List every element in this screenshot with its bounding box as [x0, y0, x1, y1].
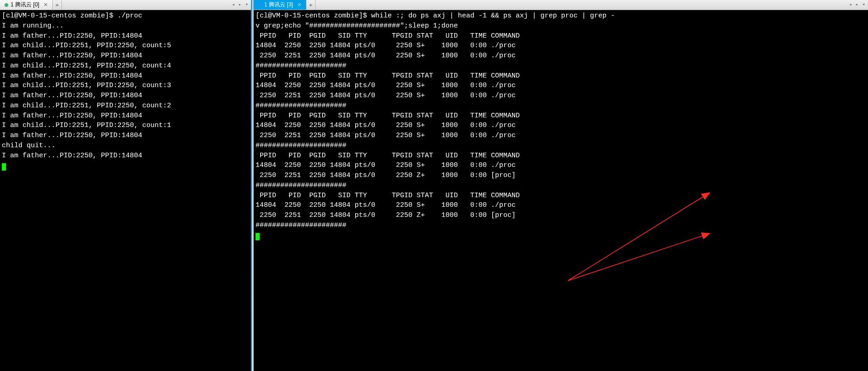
tab-label: 1 腾讯云 [3] — [264, 1, 293, 9]
tab-prev-icon[interactable]: ◂ — [847, 0, 854, 8]
tabbar-left: 1 腾讯云 [0] ✕ ＋ ◂ ▸ ▾ — [0, 0, 251, 10]
left-pane: 1 腾讯云 [0] ✕ ＋ ◂ ▸ ▾ [cl@VM-0-15-centos z… — [0, 0, 252, 371]
tab-prev-icon[interactable]: ◂ — [230, 0, 237, 8]
tab-nav: ◂ ▸ ▾ — [847, 0, 867, 8]
tab-next-icon[interactable]: ▸ — [854, 0, 861, 8]
close-icon[interactable]: ✕ — [44, 2, 48, 8]
svg-line-1 — [568, 233, 710, 281]
tab-nav: ◂ ▸ ▾ — [230, 0, 250, 8]
new-tab-button[interactable]: ＋ — [53, 0, 62, 10]
status-dot-icon — [258, 3, 262, 7]
close-icon[interactable]: ✕ — [297, 2, 301, 8]
new-tab-button[interactable]: ＋ — [306, 0, 316, 10]
tab-right-0[interactable]: 1 腾讯云 [3] ✕ — [254, 0, 306, 10]
status-dot-icon — [5, 3, 8, 7]
tabbar-right: 1 腾讯云 [3] ✕ ＋ ◂ ▸ ▾ — [254, 0, 868, 10]
terminal-right[interactable]: [cl@VM-0-15-centos zombie]$ while :; do … — [254, 10, 868, 371]
annotation-arrows — [254, 10, 868, 371]
tab-left-0[interactable]: 1 腾讯云 [0] ✕ — [0, 0, 53, 10]
tab-menu-icon[interactable]: ▾ — [243, 0, 250, 8]
cursor — [256, 233, 260, 240]
svg-line-0 — [568, 193, 710, 281]
right-pane: 1 腾讯云 [3] ✕ ＋ ◂ ▸ ▾ [cl@VM-0-15-centos z… — [254, 0, 868, 371]
tab-label: 1 腾讯云 [0] — [11, 1, 39, 9]
cursor — [2, 163, 6, 171]
terminal-left[interactable]: [cl@VM-0-15-centos zombie]$ ./proc I am … — [0, 10, 251, 371]
tab-next-icon[interactable]: ▸ — [237, 0, 244, 8]
tab-menu-icon[interactable]: ▾ — [860, 0, 867, 8]
